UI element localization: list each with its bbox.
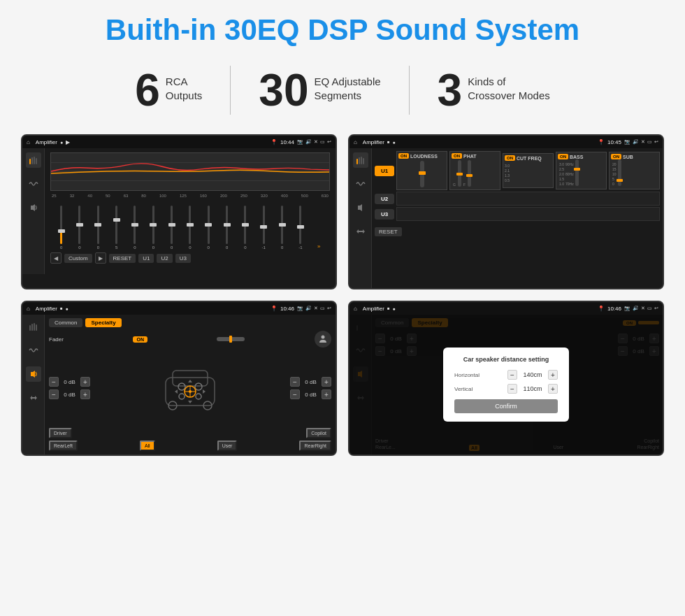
svg-rect-3	[36, 158, 37, 164]
fader-back-icon[interactable]: ↩	[327, 306, 331, 311]
cv-bass-panel: ON BASS 3.02.52.01.51.0 90Hz80Hz70Hz	[556, 152, 607, 189]
dlg-rect-icon: ▭	[647, 306, 652, 311]
fader-rr-plus[interactable]: +	[322, 389, 331, 399]
dialog-vertical-plus[interactable]: +	[548, 384, 558, 394]
dialog-horizontal-plus[interactable]: +	[548, 370, 558, 380]
cv-sidebar-wave-icon[interactable]	[353, 176, 368, 192]
slider-11[interactable]: 0	[237, 206, 253, 250]
fader-rl-plus[interactable]: +	[80, 389, 90, 399]
eq-u3-button[interactable]: U3	[175, 254, 191, 263]
fader-all-button[interactable]: All	[140, 440, 155, 451]
dialog-horizontal-label: Horizontal	[454, 372, 480, 378]
fader-rect-icon: ▭	[320, 306, 325, 311]
eq-u1-button[interactable]: U1	[138, 254, 154, 263]
slider-8[interactable]: 0	[182, 206, 198, 250]
fader-h-slider[interactable]	[217, 337, 245, 341]
fader-home-icon[interactable]: ⌂	[27, 306, 30, 312]
eq-prev-button[interactable]: ◀	[50, 252, 62, 264]
fader-fr-minus[interactable]: −	[290, 377, 300, 387]
fader-bottom-row: Driver Copilot	[49, 428, 331, 438]
fader-rl-minus[interactable]: −	[49, 389, 59, 399]
slider-5[interactable]: 0	[127, 206, 143, 250]
slider-4[interactable]: 5	[108, 206, 124, 250]
cv-loudness-on[interactable]: ON	[398, 153, 409, 159]
fader-sidebar-eq-icon[interactable]	[26, 319, 41, 334]
cv-u1-button[interactable]: U1	[375, 166, 394, 176]
cv-app-name: Amplifier	[363, 139, 384, 145]
dialog-vertical-minus[interactable]: −	[507, 384, 517, 394]
dialog-horizontal-minus[interactable]: −	[507, 370, 517, 380]
slider-10[interactable]: 0	[219, 206, 235, 250]
slider-6[interactable]: 0	[145, 206, 161, 250]
eq-play-icon[interactable]: ▶	[66, 139, 70, 145]
cv-x-icon: ✕	[641, 139, 645, 145]
slider-9[interactable]: 0	[201, 206, 217, 250]
fader-fr-plus[interactable]: +	[322, 377, 331, 387]
dialog-vertical-value: 110cm	[519, 385, 546, 392]
eq-sidebar-eq-icon[interactable]	[26, 152, 41, 168]
cv-sidebar-eq-icon[interactable]	[353, 152, 368, 168]
stat-rca-line1: RCA	[166, 75, 203, 89]
slider-1[interactable]: 0	[53, 206, 69, 250]
slider-12[interactable]: -1	[256, 206, 272, 250]
fader-rl-db-row: − 0 dB +	[49, 389, 90, 399]
eq-dot1: ●	[60, 140, 63, 145]
cv-cutfreq-on[interactable]: ON	[505, 155, 515, 161]
svg-point-23	[178, 383, 185, 390]
eq-reset-button[interactable]: RESET	[109, 254, 136, 263]
fader-on-pill[interactable]: ON	[133, 336, 147, 343]
eq-u2-button[interactable]: U2	[157, 254, 172, 263]
fader-rearleft-button[interactable]: RearLeft	[49, 440, 78, 451]
fader-tab-specialty[interactable]: Specialty	[85, 318, 121, 327]
dialog-vertical-input: − 110cm +	[507, 384, 558, 394]
stat-crossover-number: 3	[438, 68, 463, 113]
dlg-dot2: ●	[393, 306, 396, 311]
cv-u2-button[interactable]: U2	[375, 194, 394, 204]
fader-user-button[interactable]: User	[217, 440, 238, 451]
dialog-horizontal-input: − 140cm +	[507, 370, 558, 380]
cv-sub-on[interactable]: ON	[611, 154, 621, 159]
eq-sidebar-wave-icon[interactable]	[26, 176, 41, 192]
svg-rect-16	[36, 324, 37, 331]
eq-back-icon[interactable]: ↩	[327, 139, 331, 145]
slider-more[interactable]: »	[311, 203, 327, 250]
fader-user-icon[interactable]	[315, 331, 331, 348]
eq-next-button[interactable]: ▶	[95, 252, 106, 264]
cv-sidebar-arrows-icon[interactable]	[353, 224, 368, 239]
cv-bass-on[interactable]: ON	[558, 154, 568, 159]
fader-screen: ⌂ Amplifier ■ ● 📍 10:46 📷 🔊 ✕ ▭ ↩	[21, 301, 337, 456]
dialog-confirm-button[interactable]: Confirm	[454, 399, 558, 413]
cv-reset-button[interactable]: RESET	[375, 227, 402, 236]
fader-rearright-button[interactable]: RearRight	[299, 440, 331, 451]
fader-copilot-button[interactable]: Copilot	[306, 428, 331, 438]
cv-u3-button[interactable]: U3	[375, 209, 394, 220]
fader-rr-minus[interactable]: −	[290, 389, 300, 399]
eq-custom-button[interactable]: Custom	[64, 254, 92, 263]
fader-sidebar-wave-icon[interactable]	[26, 343, 41, 358]
crossover-screen: ⌂ Amplifier ■ ● 📍 10:45 📷 🔊 ✕ ▭ ↩	[348, 134, 664, 289]
cv-sub-panel: ON SUB 20151050	[609, 152, 660, 189]
fader-fl-minus[interactable]: −	[49, 377, 59, 387]
slider-2[interactable]: 0	[71, 206, 87, 250]
fader-driver-button[interactable]: Driver	[49, 428, 72, 438]
cv-phat-on[interactable]: ON	[452, 153, 462, 159]
fader-tab-common[interactable]: Common	[49, 318, 82, 327]
cv-sidebar-speaker-icon[interactable]	[353, 200, 368, 215]
fader-fl-plus[interactable]: +	[80, 377, 90, 387]
cv-volume-icon: 🔊	[633, 139, 639, 145]
fader-sidebar-arrows-icon[interactable]	[26, 390, 41, 406]
cv-back-icon[interactable]: ↩	[654, 139, 658, 145]
slider-14[interactable]: -1	[292, 206, 308, 250]
cv-home-icon[interactable]: ⌂	[354, 139, 357, 145]
slider-13[interactable]: 0	[274, 206, 290, 250]
slider-7[interactable]: 0	[164, 206, 180, 250]
slider-3[interactable]: 0	[90, 206, 106, 250]
eq-sidebar-speaker-icon[interactable]	[26, 200, 41, 215]
eq-home-icon[interactable]: ⌂	[27, 139, 30, 145]
dlg-home-icon[interactable]: ⌂	[354, 306, 357, 312]
dlg-back-icon[interactable]: ↩	[654, 306, 658, 311]
fader-sidebar-speaker-icon[interactable]	[26, 366, 41, 382]
fader-volume-icon: 🔊	[305, 306, 312, 311]
svg-rect-8	[356, 159, 358, 164]
cv-cutfreq-label: CUT FREQ	[517, 156, 542, 161]
